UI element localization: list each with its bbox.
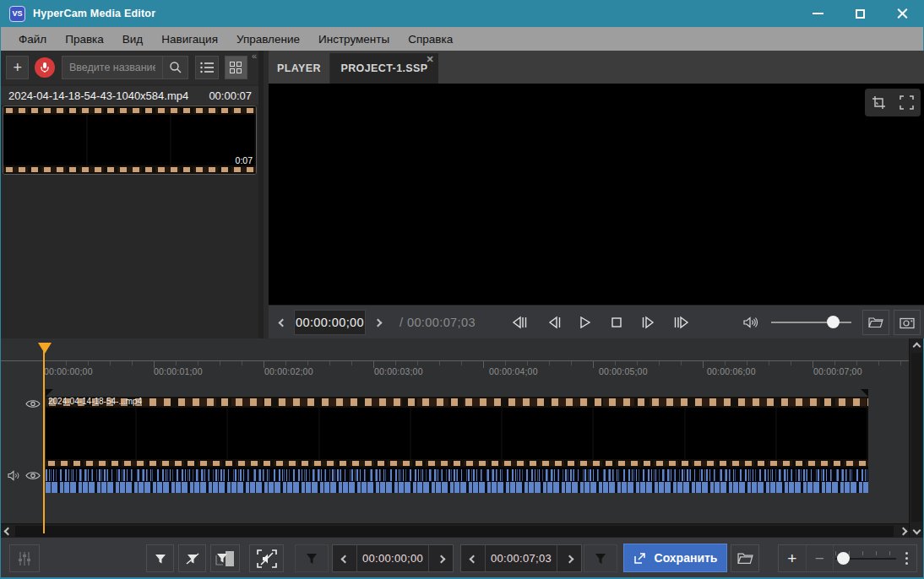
- clip-trim-handle-left[interactable]: [46, 389, 53, 397]
- title-bar: VS HyperCam Media Editor: [1, 0, 923, 27]
- jump-start-button[interactable]: [507, 306, 532, 339]
- close-button[interactable]: [881, 0, 923, 27]
- play-button[interactable]: [573, 306, 598, 339]
- open-folder-button[interactable]: [862, 310, 889, 335]
- horizontal-scrollbar-thumb[interactable]: [15, 526, 894, 537]
- microphone-icon: [40, 62, 50, 73]
- film-perforation-bottom: [3, 165, 256, 174]
- filter-button[interactable]: [146, 544, 174, 572]
- zoom-slider-knob[interactable]: [837, 552, 850, 565]
- crop-icon[interactable]: [872, 95, 887, 111]
- audio-track-visibility-toggle[interactable]: [25, 469, 41, 481]
- scroll-up-button[interactable]: [910, 339, 923, 353]
- mixer-button[interactable]: [9, 544, 40, 572]
- clip-trim-handle-right[interactable]: [861, 389, 868, 397]
- collapse-panel-button[interactable]: «: [252, 51, 257, 61]
- kebab-menu-icon: [905, 552, 908, 565]
- player-control-bar: 00:00:00;00 / 00:00:07;03: [269, 305, 924, 338]
- video-thumbnail-frame: [3, 115, 88, 165]
- list-view-button[interactable]: [195, 56, 218, 79]
- menu-control[interactable]: Управление: [227, 30, 309, 49]
- out-time-decrement[interactable]: [461, 554, 485, 564]
- filter-off-button[interactable]: [178, 544, 206, 572]
- folder-icon: [737, 552, 753, 565]
- volume-icon[interactable]: [738, 306, 764, 339]
- video-thumbnail-frame: [137, 408, 228, 459]
- volume-slider-knob[interactable]: [827, 316, 840, 328]
- media-item-thumbnail[interactable]: 0:07: [3, 106, 257, 175]
- menu-edit[interactable]: Правка: [56, 30, 113, 49]
- in-point-marker-button[interactable]: [295, 544, 329, 572]
- in-time-field[interactable]: 00:00:00;00: [356, 545, 429, 571]
- current-time-field[interactable]: 00:00:00;00: [294, 310, 366, 335]
- menu-navigation[interactable]: Навигация: [152, 30, 227, 49]
- step-back-button[interactable]: [542, 306, 568, 339]
- maximize-button[interactable]: [839, 0, 881, 27]
- media-item-name: 2024-04-14-18-54-43-1040x584.mp4: [8, 89, 188, 102]
- timeline-zoom-group: + −: [778, 544, 917, 572]
- chevron-right-icon: [437, 555, 445, 563]
- video-preview: [269, 84, 924, 305]
- zoom-slider[interactable]: [835, 558, 896, 560]
- vertical-scrollbar-thumb[interactable]: [911, 353, 922, 522]
- media-item-duration: 00:00:07: [209, 89, 252, 102]
- video-thumbnail-frame: [503, 408, 594, 459]
- search-input[interactable]: [63, 57, 162, 78]
- vertical-scrollbar[interactable]: [909, 338, 923, 538]
- in-time-decrement[interactable]: [333, 554, 356, 564]
- tab-player[interactable]: PLAYER: [269, 53, 330, 84]
- video-thumbnail-frame: [777, 408, 868, 459]
- search-button[interactable]: [162, 57, 188, 78]
- time-increment-button[interactable]: [366, 306, 389, 339]
- menu-tools[interactable]: Инструменты: [309, 30, 399, 49]
- time-decrement-button[interactable]: [270, 306, 294, 339]
- chevron-right-icon: [373, 318, 382, 327]
- scroll-down-button[interactable]: [910, 523, 923, 537]
- app-logo-icon: VS: [9, 6, 25, 22]
- video-track-visibility-toggle[interactable]: [25, 398, 41, 409]
- window-title: HyperCam Media Editor: [33, 8, 155, 19]
- mute-preview-button[interactable]: [249, 544, 284, 572]
- zoom-slider-cell: [834, 545, 897, 571]
- media-item-header[interactable]: 2024-04-14-18-54-43-1040x584.mp4 00:00:0…: [1, 86, 258, 105]
- minimize-button[interactable]: [796, 0, 839, 27]
- scroll-left-button[interactable]: [1, 524, 14, 538]
- snapshot-button[interactable]: [894, 310, 921, 335]
- tab-strip: PLAYER PROJECT-1.SSP ✕: [269, 51, 924, 84]
- add-media-button[interactable]: +: [6, 56, 29, 79]
- marker-funnel-icon: [304, 552, 319, 565]
- chevron-down-icon: [912, 526, 921, 534]
- zoom-in-button[interactable]: +: [779, 545, 807, 571]
- stop-button[interactable]: [604, 306, 629, 339]
- media-library-panel: +: [1, 51, 264, 338]
- timeline-ruler[interactable]: 00:00:00;00 00:00:01;00 00:00:02;00 00:0…: [1, 338, 910, 381]
- playhead-handle[interactable]: [38, 343, 52, 354]
- zoom-out-button[interactable]: −: [807, 545, 834, 571]
- output-folder-button[interactable]: [731, 544, 759, 572]
- fullscreen-icon[interactable]: [900, 95, 914, 110]
- out-time-increment[interactable]: [557, 554, 581, 564]
- video-thumbnail-frame: [88, 115, 172, 165]
- tab-project[interactable]: PROJECT-1.SSP ✕: [330, 53, 438, 84]
- filter-panel-button[interactable]: [210, 544, 240, 572]
- out-point-marker-button[interactable]: [584, 544, 617, 572]
- film-perforation-top: [46, 398, 868, 406]
- out-time-field[interactable]: 00:00:07;03: [485, 545, 557, 571]
- audio-waveform[interactable]: [46, 468, 868, 493]
- ruler-label: 00:00:05;00: [599, 366, 648, 376]
- scroll-right-button[interactable]: [896, 524, 910, 538]
- chevron-up-icon: [912, 342, 921, 350]
- jump-end-button[interactable]: [669, 306, 694, 339]
- save-button[interactable]: Сохранить: [623, 544, 727, 572]
- in-time-increment[interactable]: [429, 554, 453, 564]
- tab-close-icon[interactable]: ✕: [426, 55, 434, 64]
- step-forward-button[interactable]: [635, 306, 660, 339]
- menu-file[interactable]: Файл: [9, 30, 56, 49]
- menu-help[interactable]: Справка: [399, 30, 462, 49]
- record-button[interactable]: [35, 57, 55, 78]
- audio-track-mute-toggle[interactable]: [6, 469, 21, 481]
- grid-view-button[interactable]: [225, 56, 247, 79]
- menu-view[interactable]: Вид: [113, 30, 152, 49]
- zoom-options-button[interactable]: [897, 545, 916, 571]
- horizontal-scrollbar[interactable]: [1, 523, 910, 538]
